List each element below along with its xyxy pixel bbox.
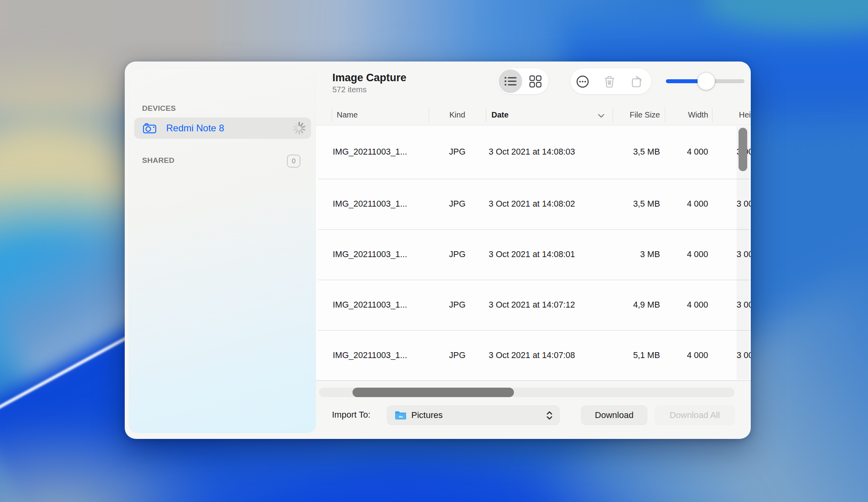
column-header-name[interactable]: Name — [337, 110, 358, 119]
view-mode-segmented-control — [497, 68, 549, 94]
thumbnail-zoom-slider-thumb[interactable] — [697, 73, 715, 90]
cell-name: IMG_20211003_1... — [333, 229, 407, 280]
cell-kind: JPG — [429, 179, 486, 229]
horizontal-scrollbar-track[interactable] — [319, 388, 735, 397]
cell-width: 4 000 — [665, 330, 708, 381]
devices-section-header: DEVICES — [142, 104, 176, 113]
cell-file-size: 4,9 MB — [613, 280, 660, 330]
actions-toolbar — [570, 68, 651, 94]
import-destination-value: Pictures — [411, 405, 442, 425]
cell-width: 4 000 — [665, 229, 708, 280]
cell-width: 4 000 — [665, 280, 708, 330]
import-to-label: Import To: — [332, 410, 370, 420]
image-capture-window: DEVICES Redmi Note 8 — [125, 62, 751, 439]
cell-kind: JPG — [429, 127, 486, 177]
download-button[interactable]: Download — [581, 405, 647, 425]
device-name: Redmi Note 8 — [166, 118, 224, 139]
download-all-button[interactable]: Download All — [655, 405, 735, 425]
cell-file-size: 3 MB — [613, 229, 660, 280]
table-row[interactable]: IMG_20211003_1... JPG 3 Oct 2021 at 14:0… — [316, 127, 751, 177]
shared-count-badge: 0 — [287, 155, 300, 168]
cell-file-size: 5,1 MB — [613, 330, 660, 381]
pictures-folder-icon — [395, 411, 407, 422]
item-count: 572 items — [332, 85, 367, 94]
cell-file-size: 3,5 MB — [613, 179, 660, 229]
cell-kind: JPG — [429, 330, 486, 381]
list-view-button[interactable] — [504, 76, 517, 88]
cell-name: IMG_20211003_1... — [333, 127, 407, 177]
wallpaper-teal-streak — [703, 0, 868, 32]
sidebar-item-device[interactable]: Redmi Note 8 — [134, 118, 311, 139]
cell-name: IMG_20211003_1... — [333, 280, 407, 330]
select-updown-chevrons-icon — [546, 411, 553, 422]
cell-width: 4 000 — [665, 179, 708, 229]
loading-spinner-icon — [291, 120, 307, 138]
column-separator — [486, 108, 486, 122]
grid-view-button[interactable] — [529, 75, 542, 89]
vertical-scrollbar-thumb[interactable] — [739, 128, 747, 171]
cell-date: 3 Oct 2021 at 14:08:03 — [489, 127, 575, 177]
column-separator — [712, 108, 712, 122]
column-header-date[interactable]: Date — [491, 110, 508, 119]
more-options-button[interactable] — [576, 75, 590, 90]
cell-file-size: 3,5 MB — [613, 127, 660, 177]
sidebar: DEVICES Redmi Note 8 — [129, 68, 316, 433]
delete-button[interactable] — [603, 75, 616, 90]
table-bottom-divider — [316, 380, 751, 381]
cell-name: IMG_20211003_1... — [333, 330, 407, 381]
rotate-button[interactable] — [630, 75, 645, 90]
column-header-kind[interactable]: Kind — [429, 110, 486, 119]
cell-date: 3 Oct 2021 at 14:07:12 — [489, 280, 575, 330]
cell-date: 3 Oct 2021 at 14:08:02 — [489, 179, 575, 229]
cell-kind: JPG — [429, 280, 486, 330]
column-separator — [332, 108, 332, 122]
column-header-height[interactable]: Height — [739, 110, 751, 119]
cell-name: IMG_20211003_1... — [333, 179, 407, 229]
table-row[interactable]: IMG_20211003_1... JPG 3 Oct 2021 at 14:0… — [316, 330, 751, 381]
cell-date: 3 Oct 2021 at 14:07:08 — [489, 330, 575, 381]
camera-icon — [143, 123, 156, 135]
cell-width: 4 000 — [665, 127, 708, 177]
import-destination-select[interactable]: Pictures — [387, 405, 560, 425]
desktop: DEVICES Redmi Note 8 — [0, 0, 868, 502]
sort-chevron-down-icon — [598, 113, 605, 120]
shared-section-header: SHARED — [142, 156, 174, 165]
table-row[interactable]: IMG_20211003_1... JPG 3 Oct 2021 at 14:0… — [316, 229, 751, 280]
horizontal-scrollbar-thumb[interactable] — [352, 388, 514, 397]
cell-kind: JPG — [429, 229, 486, 280]
table-row[interactable]: IMG_20211003_1... JPG 3 Oct 2021 at 14:0… — [316, 280, 751, 330]
page-title: Image Capture — [332, 72, 407, 84]
column-header-width[interactable]: Width — [665, 110, 708, 119]
table-row[interactable]: IMG_20211003_1... JPG 3 Oct 2021 at 14:0… — [316, 179, 751, 229]
column-header-file-size[interactable]: File Size — [613, 110, 660, 119]
cell-date: 3 Oct 2021 at 14:08:01 — [489, 229, 575, 280]
